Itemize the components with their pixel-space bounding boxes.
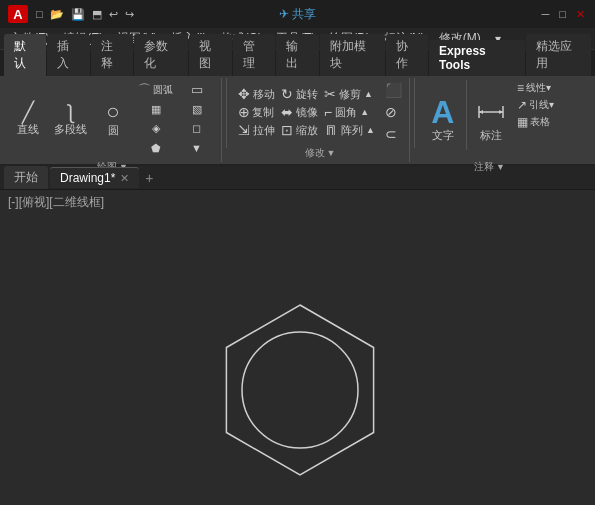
viewport-label: [-][俯视][二维线框]	[0, 190, 595, 215]
tool-trim[interactable]: ✂修剪▲	[321, 85, 378, 103]
draw-tools-content: ╱ 直线 ∫ 多段线 ○ 圆 ⌒圆弧 ▭ ▦ ▧ ◈ ◻	[8, 80, 217, 158]
tab-addons[interactable]: 附加模块	[320, 34, 385, 76]
tool-array[interactable]: ⩎阵列▲	[321, 121, 378, 139]
wipeout-icon: ⬟	[151, 142, 161, 155]
tool-circle[interactable]: ○ 圆	[93, 80, 133, 158]
minimize-button[interactable]: ─	[540, 7, 552, 21]
tool-wipeout[interactable]: ⬟	[135, 139, 176, 159]
region-icon: ◻	[192, 122, 201, 135]
modify-dropdown-icon: ▼	[327, 148, 336, 158]
quick-access-toolbar: □ 📂 💾 ⬒ ↩ ↪	[34, 7, 136, 22]
leader-icon: ↗	[517, 98, 527, 112]
tool-arc[interactable]: ⌒圆弧	[135, 80, 176, 100]
tab-insert[interactable]: 插入	[47, 34, 89, 76]
rect-icon: ▭	[191, 82, 203, 97]
group-modify-label[interactable]: 修改 ▼	[305, 146, 336, 160]
tool-line[interactable]: ╱ 直线	[8, 80, 48, 158]
ribbon-tabs: 默认 插入 注释 参数化 视图 管理 输出 附加模块 协作 Express To…	[0, 50, 595, 76]
group-annotation: A 文字 标注 ≡ 线性▾ ↗ 引线▾	[419, 78, 560, 162]
undo-button[interactable]: ↩	[107, 7, 120, 22]
draw-small-tools: ⌒圆弧 ▭ ▦ ▧ ◈ ◻ ⬟ ▼	[135, 80, 217, 158]
tab-drawing1[interactable]: Drawing1* ✕	[50, 167, 139, 188]
tab-manage[interactable]: 管理	[233, 34, 275, 76]
tab-annotation[interactable]: 注释	[91, 34, 133, 76]
tool-fillet[interactable]: ⌐圆角▲	[321, 103, 378, 121]
drawing-svg	[0, 215, 595, 505]
line-icon: ╱	[22, 102, 34, 122]
mirror-icon: ⬌	[281, 104, 293, 120]
tab-collaborate[interactable]: 协作	[386, 34, 428, 76]
tab-parametric[interactable]: 参数化	[134, 34, 188, 76]
tool-polyline[interactable]: ∫ 多段线	[49, 80, 92, 158]
tool-leader[interactable]: ↗ 引线▾	[515, 97, 556, 113]
new-file-button[interactable]: □	[34, 7, 45, 21]
tool-mirror[interactable]: ⬌镜像	[278, 103, 321, 121]
trim-label: 修剪	[339, 87, 361, 102]
new-tab-button[interactable]: +	[141, 170, 157, 186]
separator-1	[226, 78, 227, 148]
drawing1-close-button[interactable]: ✕	[120, 172, 129, 185]
draw-large-tools: ╱ 直线 ∫ 多段线 ○ 圆	[8, 80, 133, 158]
canvas-area	[0, 215, 595, 505]
tab-default[interactable]: 默认	[4, 34, 46, 76]
tool-draw-more[interactable]: ▼	[176, 139, 217, 159]
gradient-icon: ▧	[192, 103, 202, 116]
tool-stretch[interactable]: ⇲拉伸	[235, 121, 278, 139]
trim-icon: ✂	[324, 86, 336, 102]
tab-express-tools[interactable]: Express Tools	[429, 40, 525, 76]
maximize-button[interactable]: □	[557, 7, 568, 21]
tool-boundary[interactable]: ◈	[135, 119, 176, 139]
offset-icon: ⊂	[385, 126, 397, 142]
annot-main-tools: A 文字 标注 ≡ 线性▾ ↗ 引线▾	[423, 80, 556, 158]
tab-featured-apps[interactable]: 精选应用	[526, 34, 591, 76]
circle-label: 圆	[108, 123, 119, 138]
open-file-button[interactable]: 📂	[48, 7, 66, 22]
window-title: ✈ 共享	[279, 6, 316, 23]
tool-move[interactable]: ✥移动	[235, 85, 278, 103]
tool-erase[interactable]: ⬛	[382, 81, 405, 99]
tool-text[interactable]: A 文字	[423, 80, 463, 158]
rotate-label: 旋转	[296, 87, 318, 102]
group-annotation-label[interactable]: 注释 ▼	[474, 160, 505, 174]
move-icon: ✥	[238, 86, 250, 102]
draw-more-icon: ▼	[191, 142, 202, 154]
drawing1-tab-label: Drawing1*	[60, 171, 115, 185]
close-button[interactable]: ✕	[574, 7, 587, 22]
group-modify: ✥移动 ↻旋转 ✂修剪▲ ⊕复制 ⬌镜像 ⌐圆角▲ ⇲拉伸 ⊡缩放 ⩎阵列▲ ⬛…	[231, 78, 410, 162]
polyline-label: 多段线	[54, 122, 87, 137]
share-button[interactable]: ✈ 共享	[279, 6, 316, 23]
tool-copy[interactable]: ⊕复制	[235, 103, 278, 121]
tool-offset[interactable]: ⊂	[382, 125, 405, 143]
dim-icon	[475, 96, 507, 128]
title-bar: A □ 📂 💾 ⬒ ↩ ↪ ✈ 共享 ─ □ ✕	[0, 0, 595, 28]
tool-rect[interactable]: ▭	[176, 80, 217, 100]
tool-rotate[interactable]: ↻旋转	[278, 85, 321, 103]
mirror-label: 镜像	[296, 105, 318, 120]
array-label: 阵列	[341, 123, 363, 138]
tool-hatch[interactable]: ▦	[135, 100, 176, 120]
copy-icon: ⊕	[238, 104, 250, 120]
tool-region[interactable]: ◻	[176, 119, 217, 139]
title-bar-left: A □ 📂 💾 ⬒ ↩ ↪	[8, 5, 136, 23]
fillet-arrow: ▲	[360, 107, 369, 117]
hexagon-shape	[226, 305, 373, 475]
tool-scale[interactable]: ⊡缩放	[278, 121, 321, 139]
tool-table[interactable]: ▦ 表格	[515, 114, 556, 130]
boundary-icon: ◈	[152, 122, 160, 135]
save-button[interactable]: 💾	[69, 7, 87, 22]
modify-tools-content: ✥移动 ↻旋转 ✂修剪▲ ⊕复制 ⬌镜像 ⌐圆角▲ ⇲拉伸 ⊡缩放 ⩎阵列▲ ⬛…	[235, 80, 405, 144]
tab-output[interactable]: 输出	[276, 34, 318, 76]
tab-view[interactable]: 视图	[189, 34, 231, 76]
viewport-label-text: [-][俯视][二维线框]	[8, 195, 104, 209]
redo-button[interactable]: ↪	[123, 7, 136, 22]
tool-gradient[interactable]: ▧	[176, 100, 217, 120]
tool-dimension[interactable]: 标注	[470, 80, 512, 158]
tab-start[interactable]: 开始	[4, 166, 48, 189]
copy-label: 复制	[252, 105, 274, 120]
tool-explode[interactable]: ⊘	[382, 103, 405, 121]
save-as-button[interactable]: ⬒	[90, 7, 104, 22]
annot-dropdown-icon: ▼	[496, 162, 505, 172]
scale-label: 缩放	[296, 123, 318, 138]
dim-label: 标注	[480, 128, 502, 143]
tool-linear-dim[interactable]: ≡ 线性▾	[515, 80, 556, 96]
